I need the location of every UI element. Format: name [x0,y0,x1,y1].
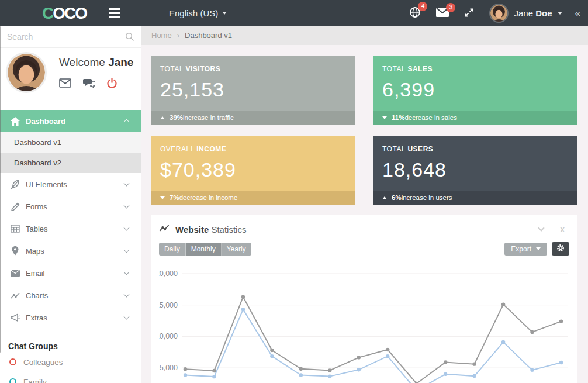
chat-shortcut-button[interactable] [83,78,95,90]
notifications-globe-button[interactable]: 4 [409,6,421,20]
website-statistics-panel: Website Statistics x Daily Monthly Yearl… [151,215,577,383]
apps-grid-icon[interactable] [140,9,149,18]
series-light-point [184,373,187,377]
avatar [489,4,509,23]
logout-button[interactable] [107,78,117,90]
chat-group-colleagues[interactable]: Colleagues [0,353,141,371]
stat-card-total-visitors: TOTAL VISITORS 25,153 39% increase in tr… [151,56,355,125]
search-input[interactable] [0,26,141,47]
breadcrumb-separator: › [177,31,179,40]
series-dark-point [270,349,274,352]
sidebar-item-ui-elements[interactable]: UI Elements [0,173,141,195]
sidebar-toggle-button[interactable] [109,8,120,18]
card-trend: 6% increase in users [373,191,577,205]
chevron-down-icon [124,181,130,187]
breadcrumb-current: Dashboard v1 [185,31,232,40]
panel-collapse-chevron-icon[interactable] [538,225,545,231]
envelope-icon [59,81,71,89]
card-trend: 11% decrease in sales [373,111,577,125]
messages-badge: 3 [446,3,455,12]
messages-button[interactable]: 3 [436,8,449,19]
card-value: 25,153 [160,78,346,101]
chevron-down-icon [536,247,541,250]
gear-icon [556,244,565,254]
series-dark-point [241,295,245,299]
series-light-line [185,309,561,383]
pencil-icon [11,202,20,211]
chevron-down-icon [558,12,562,15]
website-statistics-chart: 20,00015,00010,0005,000 [159,261,570,383]
y-axis-tick-label: 15,000 [159,301,178,309]
series-light-point [328,374,331,378]
stat-card-total-sales: TOTAL SALES 6,399 11% decrease in sales [373,56,577,125]
settings-button[interactable] [552,242,569,256]
triangle-down-icon [382,116,387,119]
card-label: TOTAL VISITORS [160,65,346,73]
breadcrumb: Home›Dashboard v1 [141,26,588,45]
series-light-point [386,354,389,358]
fullscreen-button[interactable] [464,8,474,19]
card-value: 6,399 [382,78,568,101]
range-yearly-button[interactable]: Yearly [222,243,251,256]
sidebar-item-email[interactable]: Email [0,262,141,284]
power-icon [107,81,117,90]
line-chart-icon [159,224,170,234]
card-label: OVERALL INCOME [160,145,346,153]
home-icon [11,117,20,126]
series-dark-point [501,302,505,306]
series-light-point [241,308,245,311]
app-logo[interactable]: COCO [42,0,87,26]
breadcrumb-home-link[interactable]: Home [151,31,172,40]
expand-icon [464,8,474,19]
stat-card-total-users: TOTAL USERS 18,648 6% increase in users [373,136,577,205]
triangle-up-icon [160,116,165,119]
series-dark-point [530,330,534,334]
sidebar-item-charts[interactable]: Charts [0,284,141,306]
series-light-point [270,354,274,358]
sidebar-item-dashboard-v1[interactable]: Dashboard v1 [0,132,141,153]
y-axis-tick-label: 10,000 [159,332,178,340]
top-navbar: COCO English (US) 4 3 Jane Doe [0,0,588,26]
card-trend: 39% increase in traffic [151,111,355,125]
sidebar-item-maps[interactable]: Maps [0,240,141,262]
series-dark-point [444,360,447,364]
chevron-down-icon [124,270,130,275]
sidebar: Welcome Jane Dashboard [0,26,141,383]
series-dark-point [386,348,389,351]
envelope-icon [11,270,20,277]
series-light-point [501,340,505,344]
series-dark-point [299,367,303,371]
user-menu[interactable]: Jane Doe [489,4,562,23]
navbar-collapse-button[interactable]: « [575,8,580,19]
panel-close-button[interactable]: x [560,225,565,234]
chevron-down-icon [124,203,130,209]
triangle-down-icon [160,196,165,199]
chevron-down-icon [124,225,130,231]
series-light-point [559,361,563,364]
export-dropdown-button[interactable]: Export [504,243,547,256]
stat-card-overall-income: OVERALL INCOME $70,389 7% decrease in in… [151,136,355,205]
series-dark-point [357,356,361,359]
sidebar-item-dashboard-v2[interactable]: Dashboard v2 [0,153,141,173]
mail-shortcut-button[interactable] [59,78,71,90]
range-daily-button[interactable]: Daily [159,243,186,256]
circle-icon [9,378,16,383]
y-axis-tick-label: 20,000 [159,270,178,278]
series-dark-point [559,319,563,323]
map-marker-icon [11,246,20,256]
sidebar-item-dashboard[interactable]: Dashboard [0,110,141,132]
language-dropdown[interactable]: English (US) [169,8,227,18]
triangle-up-icon [382,196,387,199]
chevron-down-icon [124,247,130,253]
range-monthly-button[interactable]: Monthly [186,243,222,256]
user-welcome-card: Welcome Jane [0,48,141,109]
chat-group-family[interactable]: Family [0,373,141,383]
sidebar-item-forms[interactable]: Forms [0,195,141,218]
sidebar-item-tables[interactable]: Tables [0,218,141,240]
language-label: English (US) [169,8,218,18]
sidebar-scrollbar[interactable] [0,26,1,353]
card-label: TOTAL USERS [382,145,568,153]
sidebar-item-extras[interactable]: Extras [0,306,141,329]
series-dark-point [212,369,216,372]
welcome-text: Welcome Jane [59,56,133,69]
